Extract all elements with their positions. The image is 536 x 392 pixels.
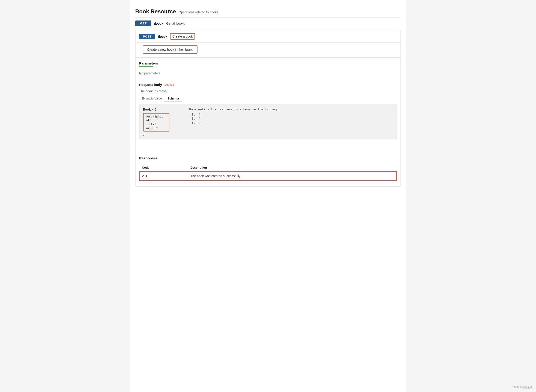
endpoint-description-box: Create a new book in the library. (143, 45, 197, 54)
schema-chevron: ∨ (152, 108, 154, 111)
expand-item-2[interactable]: › [...] (189, 117, 279, 121)
get-summary: Get all books (166, 22, 185, 25)
responses-table: Code Description 201 The book was create… (139, 164, 397, 181)
resource-header: Book Resource Operations related to book… (135, 5, 401, 18)
description-area: Create a new book in the library. (136, 43, 400, 57)
code-column-header: Code (139, 164, 188, 171)
post-method-badge[interactable]: POST (139, 34, 155, 39)
schema-tabs: Example Value Schema (139, 95, 397, 102)
post-path: /book (158, 35, 167, 38)
resource-title: Book Resource (135, 8, 176, 15)
no-parameters-text: No parameters (139, 70, 397, 79)
resource-description: Operations related to books (179, 10, 218, 14)
responses-section: Responses Code Description 201 The book … (136, 153, 400, 181)
expand-item-1[interactable]: › [...] (189, 113, 279, 116)
request-body-section: Request body required The book to create… (136, 79, 400, 139)
schema-tab[interactable]: Schema (165, 95, 182, 102)
get-method-badge[interactable]: GET (135, 20, 151, 26)
body-description: The book to create. (139, 89, 397, 93)
fields-highlight-box: description: id* title* author* (143, 113, 169, 131)
post-summary-highlighted: Create a book (170, 33, 195, 40)
post-endpoint-header[interactable]: POST /book Create a book (136, 30, 400, 43)
schema-model-name: Book ∨ { (143, 107, 180, 111)
schema-entity-desc: Book entity that represents a book in th… (189, 107, 279, 111)
schema-descriptions: Book entity that represents a book in th… (189, 107, 279, 136)
get-path: /book (154, 21, 163, 25)
example-value-tab[interactable]: Example Value (139, 95, 165, 102)
required-badge: required (164, 83, 174, 86)
post-book-expanded: POST /book Create a book Create a new bo… (135, 30, 401, 187)
watermark: CSDN 分增量星球 (512, 386, 532, 389)
schema-description-field: description: (146, 114, 167, 118)
parameters-section: Parameters No parameters (136, 58, 400, 79)
expand-item-3[interactable]: › [...] (189, 121, 279, 125)
response-desc-201: The book was created successfully. (188, 171, 397, 181)
description-column-header: Description (188, 164, 397, 171)
responses-title: Responses (139, 156, 397, 160)
schema-author-field: author* (146, 126, 167, 130)
schema-id-field: id* (146, 118, 167, 122)
schema-fields: Book ∨ { description: id* title* (143, 107, 180, 136)
response-row-201: 201 The book was created successfully. (139, 171, 397, 181)
response-code-201: 201 (139, 171, 188, 181)
spacer (136, 139, 400, 147)
schema-title-field: title* (146, 122, 167, 126)
parameters-underline (139, 66, 153, 67)
request-body-title: Request body required (139, 83, 397, 87)
schema-box: Book ∨ { description: id* title* (139, 104, 397, 139)
get-book-row[interactable]: GET /book Get all books (135, 18, 401, 29)
bottom-spacer (136, 181, 400, 186)
responses-table-header: Code Description (139, 164, 397, 171)
parameters-title: Parameters (139, 61, 397, 65)
